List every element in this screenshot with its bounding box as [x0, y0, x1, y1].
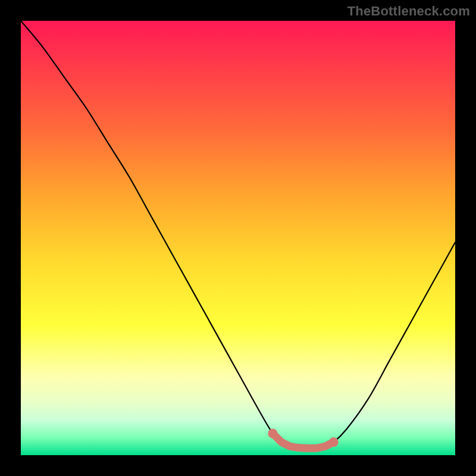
plot-area — [21, 21, 455, 455]
bottleneck-curve — [21, 21, 455, 449]
optimal-range-endpoint — [268, 429, 277, 439]
chart-container: TheBottleneck.com — [0, 0, 476, 476]
optimal-range-band — [273, 434, 333, 449]
optimal-range-endpoint — [329, 437, 339, 447]
curve-svg — [21, 21, 455, 455]
optimal-range-markers — [268, 429, 338, 449]
attribution-text: TheBottleneck.com — [347, 4, 470, 19]
